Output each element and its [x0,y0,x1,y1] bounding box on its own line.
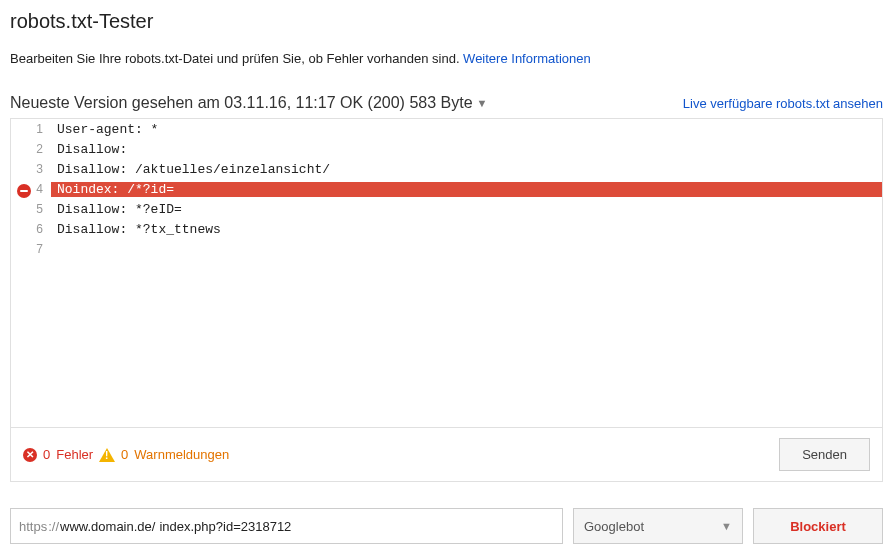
line-content[interactable]: Noindex: /*?id= [51,182,882,197]
page-title: robots.txt-Tester [10,10,883,33]
live-robots-link[interactable]: Live verfügbare robots.txt ansehen [683,96,883,111]
url-input[interactable]: https :// www.domain.de/ index.php?id=23… [10,508,563,544]
status-summary: ✕ 0 Fehler 0 Warnmeldungen [23,447,229,462]
editor-line[interactable]: 5Disallow: *?eID= [11,199,882,219]
line-content[interactable]: Disallow: *?tx_ttnews [51,222,882,237]
editor-line[interactable]: 4Noindex: /*?id= [11,179,882,199]
line-number: 7 [11,242,51,256]
subtitle-text: Bearbeiten Sie Ihre robots.txt-Datei und… [10,51,463,66]
url-domain: www.domain.de/ [60,519,155,534]
line-number: 4 [11,182,51,196]
chevron-down-icon: ▼ [477,97,488,109]
editor-line[interactable]: 3Disallow: /aktuelles/einzelansicht/ [11,159,882,179]
error-marker-icon [17,184,31,198]
error-icon: ✕ [23,448,37,462]
test-result-button[interactable]: Blockiert [753,508,883,544]
line-number: 3 [11,162,51,176]
warnings-label: Warnmeldungen [134,447,229,462]
version-dropdown[interactable]: Neueste Version gesehen am 03.11.16, 11:… [10,94,487,112]
robots-editor[interactable]: 1User-agent: *2Disallow:3Disallow: /aktu… [10,118,883,428]
bot-selected-label: Googlebot [584,519,644,534]
url-path[interactable]: index.php?id=2318712 [155,519,291,534]
editor-line[interactable]: 2Disallow: [11,139,882,159]
editor-line[interactable]: 1User-agent: * [11,119,882,139]
caret-down-icon: ▼ [721,520,732,532]
page-subtitle: Bearbeiten Sie Ihre robots.txt-Datei und… [10,51,883,66]
version-label: Neueste Version gesehen am 03.11.16, 11:… [10,94,473,112]
line-number: 6 [11,222,51,236]
line-number: 2 [11,142,51,156]
errors-label: Fehler [56,447,93,462]
editor-line[interactable]: 6Disallow: *?tx_ttnews [11,219,882,239]
line-content[interactable]: User-agent: * [51,122,882,137]
url-separator: :// [47,519,60,534]
errors-count: 0 [43,447,50,462]
more-info-link[interactable]: Weitere Informationen [463,51,591,66]
submit-button[interactable]: Senden [779,438,870,471]
line-content[interactable]: Disallow: *?eID= [51,202,882,217]
editor-line[interactable]: 7 [11,239,882,259]
line-content[interactable]: Disallow: [51,142,882,157]
line-content[interactable]: Disallow: /aktuelles/einzelansicht/ [51,162,882,177]
warnings-count: 0 [121,447,128,462]
line-number: 1 [11,122,51,136]
bot-select[interactable]: Googlebot ▼ [573,508,743,544]
url-protocol: https [19,519,47,534]
line-number: 5 [11,202,51,216]
warning-icon [99,448,115,462]
